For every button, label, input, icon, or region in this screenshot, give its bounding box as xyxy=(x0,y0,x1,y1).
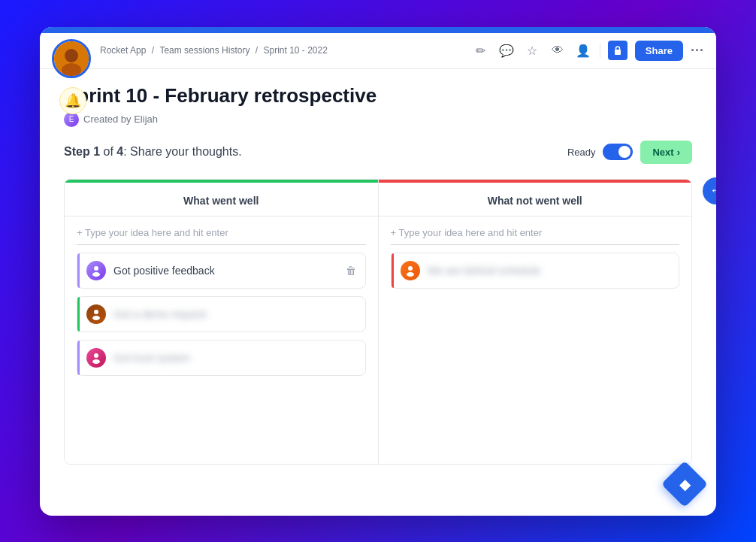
step-row: Step 1 of 4: Share your thoughts. Ready … xyxy=(64,141,692,164)
idea-avatar-2 xyxy=(86,304,106,324)
idea-card-right-1: We are behind schedule xyxy=(391,253,680,289)
column-not-went-well-body: + Type your idea here and hit enter We a… xyxy=(379,216,692,464)
column-not-went-well: What not went well + Type your idea here… xyxy=(379,180,692,464)
pencil-icon[interactable]: ✏ xyxy=(472,41,490,59)
idea-bar-right-1 xyxy=(392,253,394,288)
idea-avatar-right-1 xyxy=(401,261,420,280)
bell-icon: 🔔 xyxy=(65,92,81,109)
add-idea-input-left[interactable]: + Type your idea here and hit enter xyxy=(77,227,366,245)
svg-point-7 xyxy=(92,316,100,320)
comment-icon[interactable]: 💬 xyxy=(497,41,516,59)
creator-avatar: E xyxy=(64,112,79,127)
lock-icon[interactable] xyxy=(608,41,627,60)
header-actions: ✏ 💬 ☆ 👁 👤 Share ··· xyxy=(472,41,704,61)
delete-icon-1[interactable]: 🗑 xyxy=(346,265,356,277)
idea-card-3: Got trust system xyxy=(77,340,366,376)
svg-point-5 xyxy=(92,272,100,277)
columns-container: What went well + Type your idea here and… xyxy=(64,179,692,465)
idea-text-2: Got a demo request xyxy=(113,308,356,320)
breadcrumb-item-0: Rocket App xyxy=(100,45,146,56)
header: Rocket App / Team sessions History / Spr… xyxy=(40,33,716,69)
idea-card-1: Got positive feedback 🗑 xyxy=(77,253,366,289)
svg-point-4 xyxy=(94,266,98,271)
user-avatar-image xyxy=(54,41,89,76)
breadcrumb-item-2: Sprint 10 - 2022 xyxy=(263,45,327,56)
idea-text-right-1: We are behind schedule xyxy=(428,265,670,277)
breadcrumb: Rocket App / Team sessions History / Spr… xyxy=(100,45,472,56)
page-title: Sprint 10 - February retrospective xyxy=(64,84,692,107)
main-content: Sprint 10 - February retrospective E Cre… xyxy=(40,69,716,480)
column-went-well-body: + Type your idea here and hit enter Got … xyxy=(65,216,378,464)
svg-point-6 xyxy=(94,310,98,314)
next-button[interactable]: Next › xyxy=(640,141,692,164)
idea-bar-1 xyxy=(77,253,80,288)
idea-avatar-1 xyxy=(86,261,106,280)
user-avatar xyxy=(52,39,91,78)
idea-bar-2 xyxy=(77,297,80,332)
column-went-well: What went well + Type your idea here and… xyxy=(65,180,379,464)
svg-point-10 xyxy=(408,266,413,271)
idea-text-3: Got trust system xyxy=(113,352,356,364)
top-bar xyxy=(40,27,716,33)
step-controls: Ready Next › xyxy=(567,141,692,164)
creator-row: E Created by Elijah xyxy=(64,112,692,127)
ready-label: Ready xyxy=(567,147,596,158)
add-idea-input-right[interactable]: + Type your idea here and hit enter xyxy=(391,227,680,245)
step-text: Step 1 of 4: Share your thoughts. xyxy=(64,145,242,159)
eye-icon[interactable]: 👁 xyxy=(549,41,567,59)
column-not-went-well-title: What not went well xyxy=(379,183,692,216)
creator-text: Created by Elijah xyxy=(83,114,158,125)
person-icon[interactable]: 👤 xyxy=(574,41,592,59)
idea-text-1: Got positive feedback xyxy=(113,265,338,277)
svg-point-1 xyxy=(65,49,78,62)
arrow-left-icon: ← xyxy=(709,183,716,198)
column-went-well-title: What went well xyxy=(65,183,378,216)
svg-point-8 xyxy=(94,353,98,358)
svg-point-11 xyxy=(407,272,414,277)
notification-bell[interactable]: 🔔 xyxy=(59,87,86,114)
svg-rect-3 xyxy=(615,50,621,55)
step-label: Step 1 xyxy=(64,145,100,158)
svg-point-9 xyxy=(92,359,100,364)
share-button[interactable]: Share xyxy=(635,41,683,61)
arrow-right-icon: › xyxy=(677,147,680,158)
idea-card-2: Got a demo request xyxy=(77,296,366,332)
idea-avatar-3 xyxy=(86,348,106,368)
app-container: 🔔 Rocket App / Team sessions History / S… xyxy=(40,27,716,516)
breadcrumb-item-1: Team sessions History xyxy=(159,45,249,56)
idea-bar-3 xyxy=(77,341,80,375)
ready-toggle[interactable] xyxy=(603,144,633,160)
star-icon[interactable]: ☆ xyxy=(523,41,541,59)
divider xyxy=(600,43,600,58)
more-options-icon[interactable]: ··· xyxy=(691,43,704,59)
